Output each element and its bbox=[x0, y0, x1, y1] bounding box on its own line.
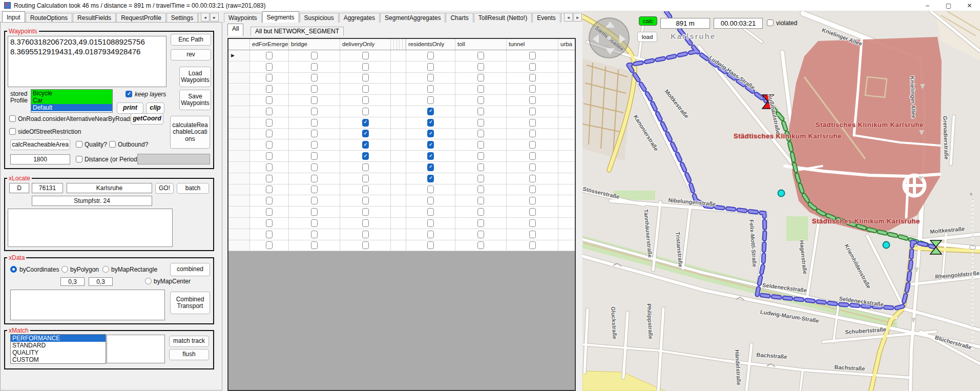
grid-checkbox-toll-row12[interactable] bbox=[477, 175, 484, 182]
grid-checkbox-deliveryonly-row11[interactable] bbox=[362, 163, 369, 171]
grid-checkbox-edforemerger-row14[interactable] bbox=[266, 197, 273, 204]
close-button[interactable]: ✕ bbox=[959, 0, 980, 11]
grid-cell[interactable] bbox=[250, 106, 289, 117]
grid-cell[interactable] bbox=[391, 162, 406, 173]
grid-cell[interactable] bbox=[406, 173, 455, 184]
table-row[interactable] bbox=[228, 95, 575, 106]
grid-cell[interactable] bbox=[340, 173, 391, 184]
grid-cell[interactable] bbox=[455, 173, 507, 184]
grid-checkbox-residentsonly-row10[interactable] bbox=[427, 152, 434, 160]
grid-checkbox-bridge-row8[interactable] bbox=[311, 130, 318, 137]
grid-checkbox-edforemerger-row6[interactable] bbox=[266, 108, 273, 115]
grid-checkbox-edforemerger-row13[interactable] bbox=[266, 186, 273, 193]
grid-checkbox-edforemerger-row15[interactable] bbox=[266, 208, 273, 216]
grid-checkbox-bridge-row1[interactable] bbox=[311, 52, 318, 59]
grid-cell[interactable] bbox=[391, 50, 406, 61]
xmatch-item-quality[interactable]: QUALITY bbox=[11, 349, 106, 356]
grid-cell[interactable] bbox=[340, 151, 391, 161]
grid-checkbox-tunnel-row12[interactable] bbox=[529, 175, 536, 182]
grid-cell[interactable] bbox=[507, 73, 558, 84]
grid-cell[interactable] bbox=[289, 50, 340, 61]
grid-cell[interactable] bbox=[250, 240, 289, 251]
grid-cell[interactable] bbox=[289, 184, 340, 195]
grid-checkbox-residentsonly-row4[interactable] bbox=[427, 85, 434, 93]
get-coord-button[interactable]: getCoord bbox=[131, 113, 163, 125]
xdata-input-area[interactable] bbox=[10, 290, 165, 320]
grid-checkbox-tunnel-row17[interactable] bbox=[529, 231, 536, 238]
grid-cell[interactable] bbox=[391, 207, 406, 217]
left-tabs-scroll-right[interactable]: ▸ bbox=[210, 13, 219, 22]
by-map-center-radio[interactable] bbox=[145, 278, 152, 284]
grid-cell[interactable] bbox=[250, 95, 289, 106]
enc-path-button[interactable]: Enc Path bbox=[171, 34, 211, 46]
profile-item-bicycle[interactable]: Bicycle bbox=[31, 90, 112, 97]
xlocate-results-area[interactable] bbox=[8, 209, 173, 247]
grid-cell[interactable] bbox=[391, 95, 406, 106]
grid-checkbox-residentsonly-row6[interactable] bbox=[427, 108, 434, 115]
pan-left-icon[interactable] bbox=[593, 34, 599, 44]
grid-cell[interactable] bbox=[289, 151, 340, 161]
grid-checkbox-tunnel-row18[interactable] bbox=[529, 241, 536, 249]
tab-tollresult-netto[interactable]: TollResult (Netto!) bbox=[474, 13, 532, 23]
pan-up-icon[interactable] bbox=[606, 22, 615, 28]
grid-cell[interactable] bbox=[406, 207, 455, 217]
grid-cell[interactable] bbox=[340, 84, 391, 94]
grid-header-toll[interactable]: toll bbox=[455, 39, 507, 50]
grid-cell[interactable] bbox=[558, 106, 576, 117]
city-input[interactable]: Karlsruhe bbox=[67, 183, 152, 193]
by-polygon-radio[interactable] bbox=[61, 266, 68, 273]
grid-cell[interactable] bbox=[289, 106, 340, 117]
grid-cell[interactable] bbox=[455, 162, 507, 173]
grid-checkbox-tunnel-row16[interactable] bbox=[529, 219, 536, 227]
grid-cell[interactable] bbox=[406, 151, 455, 161]
grid-checkbox-residentsonly-row13[interactable] bbox=[427, 186, 434, 193]
grid-checkbox-deliveryonly-row6[interactable] bbox=[362, 108, 369, 115]
grid-header-rowselector[interactable] bbox=[228, 39, 250, 50]
pan-compass-control[interactable] bbox=[589, 17, 630, 58]
grid-cell[interactable] bbox=[455, 240, 507, 251]
calc-reachable-area-button[interactable]: calcReacheableArea bbox=[10, 139, 70, 150]
grid-checkbox-tunnel-row15[interactable] bbox=[529, 208, 536, 216]
maximize-button[interactable]: ▢ bbox=[938, 0, 959, 11]
profile-item-default[interactable]: Default bbox=[31, 104, 112, 111]
grid-cell[interactable] bbox=[507, 151, 558, 161]
grid-checkbox-toll-row10[interactable] bbox=[477, 152, 484, 160]
grid-cell[interactable] bbox=[340, 139, 391, 150]
grid-cell[interactable] bbox=[455, 207, 507, 217]
grid-cell[interactable] bbox=[406, 162, 455, 173]
grid-header-bridge[interactable]: bridge bbox=[289, 39, 340, 50]
grid-cell[interactable] bbox=[391, 139, 406, 150]
grid-checkbox-deliveryonly-row3[interactable] bbox=[362, 74, 369, 81]
grid-cell[interactable] bbox=[340, 207, 391, 217]
grid-cell[interactable] bbox=[289, 218, 340, 229]
grid-cell[interactable] bbox=[507, 84, 558, 94]
grid-checkbox-toll-row5[interactable] bbox=[477, 96, 484, 104]
grid-cell[interactable] bbox=[250, 229, 289, 240]
grid-cell[interactable] bbox=[558, 139, 576, 150]
table-row[interactable] bbox=[228, 73, 575, 84]
grid-cell[interactable] bbox=[558, 151, 576, 161]
grid-cell[interactable] bbox=[507, 95, 558, 106]
grid-checkbox-toll-row4[interactable] bbox=[477, 85, 484, 93]
grid-cell[interactable] bbox=[250, 129, 289, 139]
grid-checkbox-bridge-row15[interactable] bbox=[311, 208, 318, 216]
grid-cell[interactable] bbox=[558, 184, 576, 195]
grid-cell[interactable] bbox=[340, 184, 391, 195]
outbound-checkbox[interactable] bbox=[109, 141, 116, 148]
grid-checkbox-edforemerger-row12[interactable] bbox=[266, 175, 273, 182]
tab-settings[interactable]: Settings bbox=[166, 13, 198, 23]
grid-checkbox-bridge-row12[interactable] bbox=[311, 175, 318, 182]
grid-cell[interactable] bbox=[455, 129, 507, 139]
calc-button[interactable]: calc bbox=[639, 16, 657, 26]
batch-button[interactable]: batch bbox=[177, 183, 209, 194]
load-button[interactable]: load bbox=[637, 32, 657, 42]
map-canvas[interactable] bbox=[582, 11, 980, 391]
table-row[interactable] bbox=[228, 240, 575, 252]
grid-checkbox-bridge-row14[interactable] bbox=[311, 197, 318, 204]
grid-cell[interactable] bbox=[391, 195, 406, 206]
tab-requestprofile[interactable]: RequestProfile bbox=[116, 13, 166, 23]
profile-item-car[interactable]: Car bbox=[31, 97, 112, 104]
grid-checkbox-deliveryonly-row16[interactable] bbox=[362, 219, 369, 227]
grid-cell[interactable] bbox=[507, 229, 558, 240]
grid-cell[interactable] bbox=[507, 129, 558, 139]
